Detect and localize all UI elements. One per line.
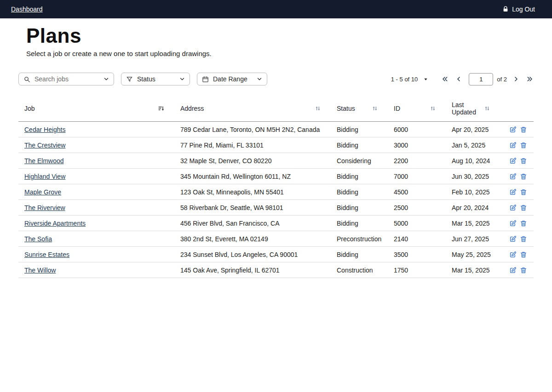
table-row: The Crestview 77 Pine Rd, Miami, FL 3310… xyxy=(18,137,534,153)
delete-icon[interactable] xyxy=(520,157,527,165)
job-cell: The Sofia xyxy=(18,235,180,243)
previous-page-button[interactable] xyxy=(455,75,462,83)
column-header-job[interactable]: Job xyxy=(18,105,180,112)
delete-icon[interactable] xyxy=(520,126,527,133)
job-link[interactable]: Riverside Apartments xyxy=(24,220,86,227)
chevron-down-icon[interactable] xyxy=(104,76,109,82)
column-header-updated[interactable]: Last Updated xyxy=(452,101,506,116)
status-cell: Bidding xyxy=(337,173,394,180)
job-cell: The Crestview xyxy=(18,142,180,149)
angles-left-icon xyxy=(441,75,448,83)
chevron-down-icon xyxy=(179,76,185,82)
jobs-table: Job Address Status ID Last Updated Cedar… xyxy=(18,99,534,278)
sort-updown-icon[interactable] xyxy=(484,105,490,112)
edit-icon[interactable] xyxy=(509,126,517,133)
delete-icon[interactable] xyxy=(520,251,527,258)
sort-alpha-icon[interactable] xyxy=(158,105,165,112)
delete-icon[interactable] xyxy=(520,188,527,196)
job-link[interactable]: The Sofia xyxy=(24,235,52,243)
delete-icon[interactable] xyxy=(520,267,527,274)
job-link[interactable]: Maple Grove xyxy=(24,188,61,196)
logout-button[interactable]: Log Out xyxy=(502,6,535,13)
column-header-id[interactable]: ID xyxy=(394,105,452,112)
sort-updown-icon[interactable] xyxy=(315,105,321,112)
edit-icon[interactable] xyxy=(509,173,517,180)
table-row: The Elmwood 32 Maple St, Denver, CO 8022… xyxy=(18,153,534,169)
delete-icon[interactable] xyxy=(520,142,527,149)
column-header-address[interactable]: Address xyxy=(180,105,337,112)
dashboard-link[interactable]: Dashboard xyxy=(11,6,43,13)
delete-icon[interactable] xyxy=(520,235,527,243)
search-input[interactable] xyxy=(34,75,94,83)
job-link[interactable]: Cedar Heights xyxy=(24,126,66,133)
id-cell: 7000 xyxy=(394,173,452,180)
column-label: Status xyxy=(337,105,355,112)
edit-icon[interactable] xyxy=(509,188,517,196)
pagination-range-label: 1 - 5 of 10 xyxy=(391,76,418,83)
job-link[interactable]: The Willow xyxy=(24,267,56,274)
edit-icon[interactable] xyxy=(509,142,517,149)
updated-cell: Jun 30, 2025 xyxy=(452,173,506,180)
page-number-input[interactable] xyxy=(469,73,493,85)
updated-cell: May 25, 2025 xyxy=(452,251,506,258)
id-cell: 2500 xyxy=(394,204,452,211)
job-link[interactable]: Sunrise Estates xyxy=(24,251,69,258)
column-label: ID xyxy=(394,105,400,112)
status-cell: Bidding xyxy=(337,188,394,196)
job-cell: Cedar Heights xyxy=(18,126,180,133)
page-title: Plans xyxy=(26,24,552,47)
delete-icon[interactable] xyxy=(520,220,527,227)
search-jobs-box[interactable] xyxy=(18,73,114,85)
page-subtitle: Select a job or create a new one to star… xyxy=(26,50,552,57)
edit-icon[interactable] xyxy=(509,157,517,165)
page-count-label: of 2 xyxy=(497,76,507,83)
updated-cell: Jun 27, 2025 xyxy=(452,235,506,243)
status-filter-dropdown[interactable]: Status xyxy=(121,73,190,85)
edit-icon[interactable] xyxy=(509,204,517,211)
actions-cell xyxy=(506,142,534,149)
delete-icon[interactable] xyxy=(520,204,527,211)
status-cell: Construction xyxy=(337,267,394,274)
date-range-dropdown[interactable]: Date Range xyxy=(197,73,267,85)
actions-cell xyxy=(506,235,534,243)
address-cell: 380 2nd St, Everett, MA 02149 xyxy=(180,235,337,243)
filters-group: Status Date Range xyxy=(18,73,267,85)
table-header-row: Job Address Status ID Last Updated xyxy=(18,99,534,122)
status-cell: Bidding xyxy=(337,251,394,258)
actions-cell xyxy=(506,173,534,180)
job-link[interactable]: Highland View xyxy=(24,173,65,180)
actions-cell xyxy=(506,267,534,274)
column-label: Last Updated xyxy=(452,101,484,116)
next-page-button[interactable] xyxy=(512,75,520,83)
angle-left-icon xyxy=(455,75,462,83)
actions-cell xyxy=(506,220,534,227)
logout-label: Log Out xyxy=(512,6,535,13)
sort-updown-icon[interactable] xyxy=(372,105,378,112)
actions-cell xyxy=(506,126,534,133)
job-cell: The Elmwood xyxy=(18,157,180,165)
id-cell: 4500 xyxy=(394,188,452,196)
rows-per-page-dropdown[interactable]: 1 - 5 of 10 xyxy=(391,76,429,83)
delete-icon[interactable] xyxy=(520,173,527,180)
edit-icon[interactable] xyxy=(509,251,517,258)
status-cell: Bidding xyxy=(337,220,394,227)
first-page-button[interactable] xyxy=(441,75,448,83)
job-link[interactable]: The Riverview xyxy=(24,204,65,211)
address-cell: 145 Oak Ave, Springfield, IL 62701 xyxy=(180,267,337,274)
status-cell: Bidding xyxy=(337,204,394,211)
address-cell: 234 Sunset Blvd, Los Angeles, CA 90001 xyxy=(180,251,337,258)
actions-cell xyxy=(506,157,534,165)
search-icon xyxy=(23,76,30,83)
address-cell: 789 Cedar Lane, Toronto, ON M5H 2N2, Can… xyxy=(180,126,337,133)
sort-updown-icon[interactable] xyxy=(430,105,436,112)
table-row: Riverside Apartments 456 River Blvd, San… xyxy=(18,216,534,231)
table-row: Sunrise Estates 234 Sunset Blvd, Los Ang… xyxy=(18,247,534,262)
edit-icon[interactable] xyxy=(509,220,517,227)
column-header-status[interactable]: Status xyxy=(337,105,394,112)
last-page-button[interactable] xyxy=(526,75,534,83)
job-link[interactable]: The Elmwood xyxy=(24,157,64,165)
edit-icon[interactable] xyxy=(509,267,517,274)
edit-icon[interactable] xyxy=(509,235,517,243)
job-link[interactable]: The Crestview xyxy=(24,142,65,149)
table-row: Cedar Heights 789 Cedar Lane, Toronto, O… xyxy=(18,122,534,137)
